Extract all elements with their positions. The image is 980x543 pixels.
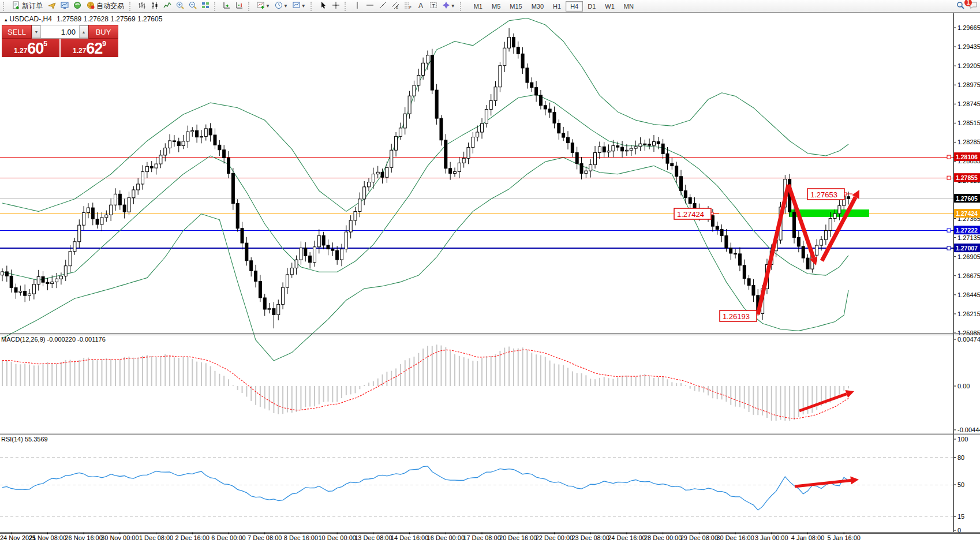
volume-increase-button[interactable]: ▲ — [79, 25, 88, 38]
crosshair-icon — [332, 1, 340, 12]
new-order-button[interactable]: 新订单 — [10, 1, 45, 12]
vertical-line-icon[interactable] — [351, 1, 363, 12]
price-tick-label: 1.28515 — [957, 119, 980, 126]
svg-text:80: 80 — [957, 454, 964, 461]
equidistant-channel-icon[interactable]: E — [390, 1, 401, 12]
cursor-icon — [319, 1, 327, 12]
sell-price-main: 60 — [27, 41, 43, 57]
svg-text:1.26193: 1.26193 — [723, 312, 750, 321]
timeframe-button-mn[interactable]: MN — [619, 1, 638, 12]
svg-text:1.28106: 1.28106 — [956, 153, 978, 160]
annotation-price-box[interactable]: 1.26193 — [720, 310, 757, 321]
chart-symbol-period: USDCAD-,H4 — [10, 15, 52, 23]
indicators-icon — [257, 1, 265, 12]
timeframe-button-m1[interactable]: M1 — [469, 1, 487, 12]
time-tick-label: 1 Dec 08:00 — [139, 534, 173, 541]
volume-input[interactable]: 1.00 — [41, 28, 79, 36]
price-tick-label: 1.29665 — [957, 24, 980, 31]
timeframe-button-m30[interactable]: M30 — [527, 1, 548, 12]
toolbar-grip — [214, 2, 218, 11]
mt4-terminal-window: { "toolbar": { "new_order_label": "新订单",… — [0, 0, 980, 543]
zoom-in-icon[interactable] — [174, 1, 186, 12]
new-order-button — [12, 1, 20, 12]
time-tick-label: 8 Dec 16:00 — [284, 534, 318, 541]
chart-title: ▴USDCAD-,H41.27589 1.27628 1.27569 1.276… — [5, 15, 162, 23]
auto-trading-button — [87, 1, 95, 12]
sell-button[interactable]: SELL — [2, 25, 32, 39]
buy-button[interactable]: BUY — [88, 25, 118, 39]
svg-text:1.27424: 1.27424 — [956, 210, 978, 217]
auto-trading-button[interactable]: 自动交易 — [84, 1, 126, 12]
time-tick-label: 7 Dec 08:00 — [248, 534, 282, 541]
timeframe-button-m15[interactable]: M15 — [505, 1, 526, 12]
horizontal-line-icon[interactable] — [364, 1, 376, 12]
bar-chart-icon — [138, 1, 146, 12]
periods-icon[interactable]: ▼ — [273, 1, 290, 12]
price-tick-label: 1.28745 — [957, 100, 980, 107]
sell-price-prefix: 1.27 — [14, 45, 27, 57]
text-label-icon[interactable]: T — [428, 1, 439, 12]
arrows-icon — [442, 1, 450, 12]
timeframe-button-m5[interactable]: M5 — [487, 1, 505, 12]
line-chart-icon[interactable] — [162, 1, 173, 12]
equidistant-channel-icon: E — [391, 1, 399, 12]
time-tick-label: 2 Dec 16:00 — [175, 534, 210, 541]
time-axis[interactable]: 24 Nov 202125 Nov 08:0026 Nov 16:0030 No… — [0, 533, 861, 541]
buy-price-prefix: 1.27 — [73, 45, 86, 57]
buy-price-display[interactable]: 1.27 62 9 — [61, 39, 118, 57]
price-tick-label: 1.26215 — [957, 310, 980, 317]
svg-text:15: 15 — [957, 513, 964, 520]
time-tick-label: 6 Dec 00:00 — [211, 534, 245, 541]
candlestick-chart-icon[interactable] — [149, 1, 160, 12]
time-tick-label: 14 Dec 16:00 — [391, 534, 428, 541]
toolbar-grip — [129, 2, 133, 11]
trendline-icon[interactable] — [377, 1, 388, 12]
time-tick-label: 29 Dec 08:00 — [680, 534, 718, 541]
vertical-line-icon — [353, 1, 361, 12]
sell-price-display[interactable]: 1.27 60 5 — [2, 39, 59, 57]
fibonacci-icon[interactable]: F — [402, 1, 414, 12]
templates-icon[interactable]: ▼ — [291, 1, 308, 12]
trendline-icon — [379, 1, 387, 12]
volume-decrease-button[interactable]: ▼ — [32, 25, 41, 38]
svg-text:1.27007: 1.27007 — [956, 245, 978, 252]
send-icon[interactable] — [46, 1, 58, 12]
crosshair-icon[interactable] — [330, 1, 342, 12]
templates-icon — [293, 1, 301, 12]
timeframe-button-d1[interactable]: D1 — [583, 1, 600, 12]
price-tick-label: 1.28975 — [957, 81, 980, 88]
text-icon[interactable]: A — [415, 1, 427, 12]
indicators-icon[interactable]: ▼ — [255, 1, 272, 12]
time-tick-label: 30 Dec 16:00 — [716, 534, 754, 541]
svg-text:1.27605: 1.27605 — [956, 195, 978, 202]
toolbar-button-label: 新订单 — [22, 1, 43, 11]
chart-ohlc-values: 1.27589 1.27628 1.27569 1.27605 — [57, 15, 163, 23]
arrows-icon[interactable]: ▼ — [440, 1, 457, 12]
horizontal-line-icon — [366, 1, 374, 12]
time-tick-label: 30 Nov 00:00 — [101, 534, 139, 541]
bar-chart-icon[interactable] — [136, 1, 148, 12]
timeframe-button-h4[interactable]: H4 — [566, 1, 583, 12]
time-tick-label: 20 Dec 16:00 — [499, 534, 537, 541]
toolbar-grip — [345, 2, 349, 11]
time-tick-label: 3 Jan 00:00 — [755, 534, 788, 541]
svg-text:0.00: 0.00 — [957, 383, 970, 390]
tile-windows-icon[interactable] — [200, 1, 211, 12]
time-tick-label: 10 Dec 00:00 — [318, 534, 356, 541]
market-watch-icon[interactable] — [59, 1, 70, 12]
auto-scroll-icon[interactable] — [221, 1, 233, 12]
timeframe-button-h1[interactable]: H1 — [548, 1, 566, 12]
signal-icon[interactable] — [72, 1, 83, 12]
chart-shift-icon[interactable] — [234, 1, 245, 12]
chart-canvas: 1.296651.294351.292051.289751.287451.285… — [0, 0, 980, 543]
time-tick-label: 25 Nov 08:00 — [29, 534, 66, 541]
chat-icon[interactable]: 1 — [967, 1, 979, 12]
sell-price-pip: 5 — [43, 40, 47, 48]
candlestick-chart-icon — [151, 1, 159, 12]
zoom-out-icon[interactable] — [187, 1, 199, 12]
time-tick-label: 24 Dec 16:00 — [608, 534, 645, 541]
cursor-icon[interactable] — [317, 1, 329, 12]
tile-windows-icon — [201, 1, 210, 12]
svg-text:1.27222: 1.27222 — [956, 227, 978, 234]
timeframe-button-w1[interactable]: W1 — [600, 1, 619, 12]
